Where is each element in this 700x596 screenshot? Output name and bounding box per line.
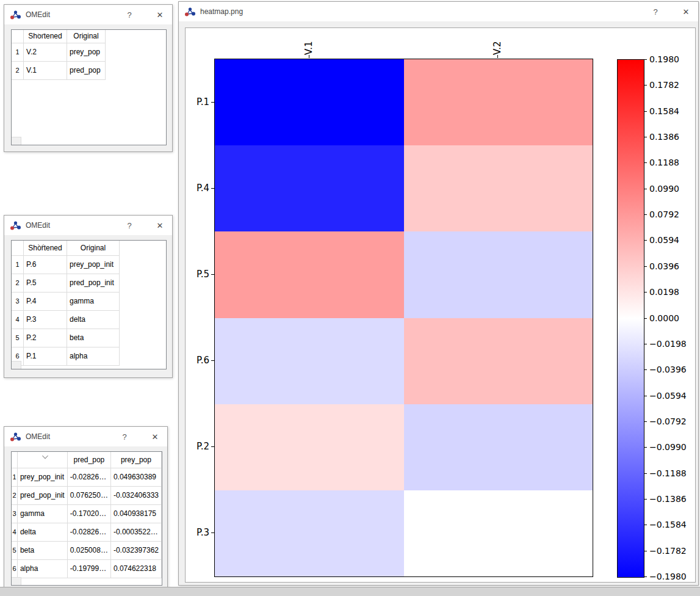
- table-cell[interactable]: -0.032406333: [110, 486, 161, 504]
- table-cell[interactable]: -0.17020…: [67, 504, 110, 523]
- y-axis-label: P.2: [186, 442, 209, 451]
- table-cell[interactable]: P.6: [24, 255, 67, 274]
- row-number[interactable]: 3: [12, 292, 24, 310]
- table-cell[interactable]: P.4: [24, 292, 67, 310]
- row-number[interactable]: 6: [12, 559, 17, 578]
- row-number[interactable]: 2: [12, 61, 24, 79]
- row-number[interactable]: 4: [12, 310, 24, 329]
- table-cell[interactable]: V.2: [24, 43, 67, 61]
- table-row[interactable]: 1V.2prey_pop: [12, 43, 106, 61]
- help-button[interactable]: ?: [106, 432, 143, 442]
- close-button[interactable]: ✕: [148, 221, 172, 230]
- table-cell[interactable]: P.3: [24, 310, 67, 329]
- table-cell[interactable]: -0.0003522…: [110, 523, 161, 541]
- column-header[interactable]: Shortened: [24, 30, 67, 43]
- row-number[interactable]: 4: [12, 523, 17, 541]
- colorbar-tick-label: −0.0792: [649, 416, 687, 426]
- row-number[interactable]: 5: [12, 541, 17, 559]
- table-cell[interactable]: beta: [67, 329, 120, 347]
- help-button[interactable]: ?: [111, 221, 148, 230]
- row-number[interactable]: 1: [12, 43, 24, 61]
- table-cell[interactable]: 0.076250…: [67, 486, 110, 504]
- table-cell[interactable]: P.2: [24, 329, 67, 347]
- close-button[interactable]: ✕: [674, 7, 698, 16]
- table-cell[interactable]: pred_pop_init: [67, 274, 120, 292]
- table-cell[interactable]: P.1: [24, 347, 67, 365]
- colorbar-tick: [644, 473, 647, 474]
- table-row[interactable]: 2pred_pop_init0.076250…-0.032406333: [12, 486, 162, 504]
- table-cell[interactable]: 0.049630389: [110, 468, 161, 486]
- colorbar-tick-label: −0.1980: [649, 572, 687, 581]
- table-cell[interactable]: delta: [67, 310, 120, 329]
- table-cell[interactable]: alpha: [17, 559, 67, 578]
- help-button[interactable]: ?: [637, 7, 674, 16]
- table-cell[interactable]: V.1: [24, 61, 67, 79]
- sensitivity-values-table: pred_popprey_pop1prey_pop_init-0.02826…0…: [11, 451, 162, 586]
- column-header[interactable]: [12, 30, 24, 43]
- table-cell[interactable]: -0.02826…: [67, 523, 110, 541]
- column-header[interactable]: [12, 241, 24, 255]
- row-number[interactable]: 5: [12, 329, 24, 347]
- table-row[interactable]: 5beta0.025008…-0.032397362: [12, 541, 162, 559]
- column-header[interactable]: pred_pop: [67, 452, 110, 468]
- colorbar-tick: [644, 576, 647, 577]
- table-cell[interactable]: beta: [17, 541, 67, 559]
- column-header[interactable]: Shortened: [24, 241, 67, 255]
- table-cell[interactable]: gamma: [67, 292, 120, 310]
- colorbar-tick-label: 0.1782: [649, 80, 679, 90]
- heatmap-cell: [404, 231, 593, 318]
- column-header[interactable]: Original: [67, 241, 120, 255]
- y-axis-tick: [211, 102, 214, 103]
- table-cell[interactable]: -0.19799…: [67, 559, 110, 578]
- table-cell[interactable]: gamma: [17, 504, 67, 523]
- table-cell[interactable]: delta: [17, 523, 67, 541]
- row-number[interactable]: 3: [12, 504, 17, 523]
- row-number[interactable]: 1: [12, 255, 24, 274]
- colorbar-tick: [644, 447, 647, 448]
- data-table: ShortenedOriginal1P.6prey_pop_init2P.5pr…: [12, 241, 120, 366]
- table-row[interactable]: 2V.1pred_pop: [12, 61, 106, 79]
- window-titlebar[interactable]: heatmap.png ? ✕: [179, 2, 698, 21]
- colorbar-tick-label: 0.1188: [649, 158, 679, 167]
- table-cell[interactable]: P.5: [24, 274, 67, 292]
- table-cell[interactable]: 0.025008…: [67, 541, 110, 559]
- y-axis-tick: [211, 446, 214, 447]
- column-header[interactable]: Original: [67, 30, 106, 43]
- window-titlebar[interactable]: OMEdit ? ✕: [4, 5, 172, 24]
- table-row[interactable]: 4P.3delta: [12, 310, 120, 329]
- table-cell[interactable]: prey_pop: [67, 43, 106, 61]
- close-button[interactable]: ✕: [143, 432, 167, 442]
- colorbar-tick: [644, 499, 647, 500]
- table-row[interactable]: 6P.1alpha: [12, 347, 120, 365]
- table-row[interactable]: 1P.6prey_pop_init: [12, 255, 120, 274]
- shortened-names-table: ShortenedOriginal1P.6prey_pop_init2P.5pr…: [11, 240, 167, 369]
- column-header[interactable]: prey_pop: [110, 452, 161, 468]
- close-button[interactable]: ✕: [148, 10, 172, 20]
- table-cell[interactable]: pred_pop_init: [17, 486, 67, 504]
- table-row[interactable]: 5P.2beta: [12, 329, 120, 347]
- heatmap-cell: [404, 318, 593, 404]
- window-titlebar[interactable]: OMEdit ? ✕: [4, 216, 172, 235]
- table-cell[interactable]: -0.032397362: [110, 541, 161, 559]
- table-row[interactable]: 1prey_pop_init-0.02826…0.049630389: [12, 468, 162, 486]
- table-cell[interactable]: 0.040938175: [110, 504, 161, 523]
- column-header[interactable]: [12, 452, 17, 468]
- table-row[interactable]: 3gamma-0.17020…0.040938175: [12, 504, 162, 523]
- row-number[interactable]: 1: [12, 468, 17, 486]
- table-cell[interactable]: -0.02826…: [67, 468, 110, 486]
- row-number[interactable]: 2: [12, 274, 24, 292]
- table-row[interactable]: 4delta-0.02826…-0.0003522…: [12, 523, 162, 541]
- table-cell[interactable]: prey_pop_init: [17, 468, 67, 486]
- table-cell[interactable]: pred_pop: [67, 61, 106, 79]
- column-header[interactable]: [17, 452, 67, 468]
- table-cell[interactable]: 0.074622318: [110, 559, 161, 578]
- table-row[interactable]: 3P.4gamma: [12, 292, 120, 310]
- table-cell[interactable]: prey_pop_init: [67, 255, 120, 274]
- table-row[interactable]: 6alpha-0.19799…0.074622318: [12, 559, 162, 578]
- table-row[interactable]: 2P.5pred_pop_init: [12, 274, 120, 292]
- window-titlebar[interactable]: OMEdit ? ✕: [4, 427, 167, 446]
- table-cell[interactable]: alpha: [67, 347, 120, 365]
- help-button[interactable]: ?: [111, 10, 148, 20]
- row-number[interactable]: 2: [12, 486, 17, 504]
- window-title: OMEdit: [26, 221, 111, 230]
